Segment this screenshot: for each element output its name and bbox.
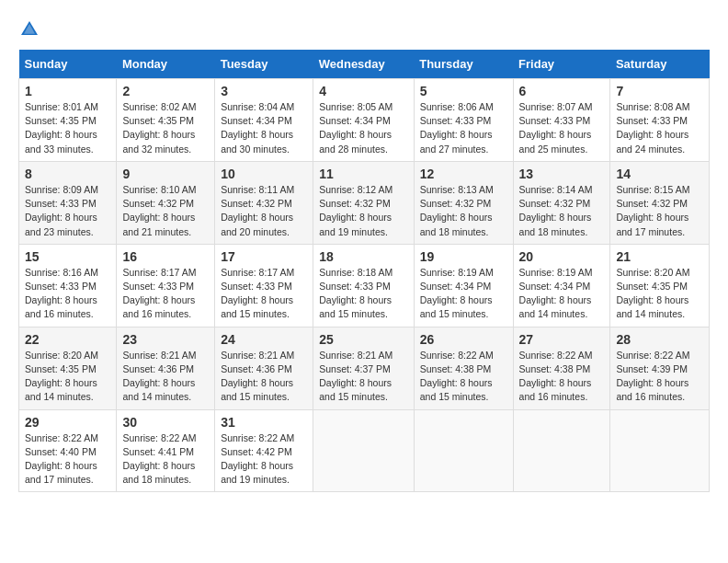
day-info: Sunrise: 8:09 AMSunset: 4:33 PMDaylight:…	[25, 183, 110, 239]
calendar-cell: 30 Sunrise: 8:22 AMSunset: 4:41 PMDaylig…	[117, 409, 215, 492]
day-info: Sunrise: 8:14 AMSunset: 4:32 PMDaylight:…	[519, 183, 605, 239]
day-info: Sunrise: 8:02 AMSunset: 4:35 PMDaylight:…	[122, 100, 209, 156]
calendar-cell: 15 Sunrise: 8:16 AMSunset: 4:33 PMDaylig…	[19, 244, 117, 327]
day-info: Sunrise: 8:20 AMSunset: 4:35 PMDaylight:…	[25, 349, 110, 405]
day-number: 25	[319, 332, 407, 347]
calendar-week-3: 15 Sunrise: 8:16 AMSunset: 4:33 PMDaylig…	[19, 244, 710, 327]
calendar-cell: 18 Sunrise: 8:18 AMSunset: 4:33 PMDaylig…	[313, 244, 414, 327]
day-number: 18	[319, 249, 407, 264]
logo	[18, 18, 44, 40]
day-info: Sunrise: 8:22 AMSunset: 4:38 PMDaylight:…	[420, 349, 507, 405]
day-info: Sunrise: 8:22 AMSunset: 4:41 PMDaylight:…	[122, 431, 209, 488]
calendar-cell: 8 Sunrise: 8:09 AMSunset: 4:33 PMDayligh…	[19, 161, 117, 244]
day-info: Sunrise: 8:20 AMSunset: 4:35 PMDaylight:…	[616, 266, 703, 322]
calendar-week-5: 29 Sunrise: 8:22 AMSunset: 4:40 PMDaylig…	[19, 409, 710, 492]
day-number: 28	[616, 332, 703, 347]
calendar-cell: 2 Sunrise: 8:02 AMSunset: 4:35 PMDayligh…	[117, 79, 215, 162]
day-info: Sunrise: 8:21 AMSunset: 4:36 PMDaylight:…	[122, 349, 209, 405]
page-header	[18, 18, 710, 40]
day-info: Sunrise: 8:10 AMSunset: 4:32 PMDaylight:…	[122, 183, 209, 239]
day-number: 2	[122, 84, 209, 98]
calendar-cell: 26 Sunrise: 8:22 AMSunset: 4:38 PMDaylig…	[414, 327, 513, 409]
day-info: Sunrise: 8:07 AMSunset: 4:33 PMDaylight:…	[519, 100, 605, 156]
day-number: 17	[221, 249, 307, 264]
calendar-cell: 31 Sunrise: 8:22 AMSunset: 4:42 PMDaylig…	[215, 409, 313, 492]
day-info: Sunrise: 8:19 AMSunset: 4:34 PMDaylight:…	[420, 266, 507, 322]
day-number: 14	[616, 167, 703, 181]
logo-icon	[18, 18, 40, 40]
day-number: 7	[616, 84, 703, 98]
day-number: 15	[25, 249, 110, 264]
day-number: 23	[122, 332, 209, 347]
day-info: Sunrise: 8:17 AMSunset: 4:33 PMDaylight:…	[221, 266, 307, 322]
day-info: Sunrise: 8:22 AMSunset: 4:42 PMDaylight:…	[221, 431, 307, 488]
day-header-sunday: Sunday	[19, 50, 117, 79]
calendar-cell	[513, 409, 610, 492]
day-info: Sunrise: 8:15 AMSunset: 4:32 PMDaylight:…	[616, 183, 703, 239]
day-number: 10	[221, 167, 307, 181]
calendar-cell: 29 Sunrise: 8:22 AMSunset: 4:40 PMDaylig…	[19, 409, 117, 492]
calendar-cell: 9 Sunrise: 8:10 AMSunset: 4:32 PMDayligh…	[117, 161, 215, 244]
calendar-cell: 1 Sunrise: 8:01 AMSunset: 4:35 PMDayligh…	[19, 79, 117, 162]
calendar-cell: 24 Sunrise: 8:21 AMSunset: 4:36 PMDaylig…	[215, 327, 313, 409]
day-header-saturday: Saturday	[610, 50, 710, 79]
day-header-thursday: Thursday	[414, 50, 513, 79]
calendar-cell: 10 Sunrise: 8:11 AMSunset: 4:32 PMDaylig…	[215, 161, 313, 244]
calendar-cell: 3 Sunrise: 8:04 AMSunset: 4:34 PMDayligh…	[215, 79, 313, 162]
day-header-friday: Friday	[513, 50, 610, 79]
calendar-week-1: 1 Sunrise: 8:01 AMSunset: 4:35 PMDayligh…	[19, 79, 710, 162]
day-info: Sunrise: 8:16 AMSunset: 4:33 PMDaylight:…	[25, 266, 110, 322]
day-info: Sunrise: 8:04 AMSunset: 4:34 PMDaylight:…	[221, 100, 307, 156]
day-info: Sunrise: 8:22 AMSunset: 4:40 PMDaylight:…	[25, 431, 110, 488]
calendar-cell	[313, 409, 414, 492]
day-number: 27	[519, 332, 605, 347]
day-info: Sunrise: 8:11 AMSunset: 4:32 PMDaylight:…	[221, 183, 307, 239]
calendar-cell: 16 Sunrise: 8:17 AMSunset: 4:33 PMDaylig…	[117, 244, 215, 327]
day-number: 31	[221, 415, 307, 430]
day-header-monday: Monday	[117, 50, 215, 79]
calendar-cell: 11 Sunrise: 8:12 AMSunset: 4:32 PMDaylig…	[313, 161, 414, 244]
day-info: Sunrise: 8:12 AMSunset: 4:32 PMDaylight:…	[319, 183, 407, 239]
day-info: Sunrise: 8:19 AMSunset: 4:34 PMDaylight:…	[519, 266, 605, 322]
day-number: 3	[221, 84, 307, 98]
calendar-cell	[414, 409, 513, 492]
day-info: Sunrise: 8:21 AMSunset: 4:37 PMDaylight:…	[319, 349, 407, 405]
calendar-cell: 20 Sunrise: 8:19 AMSunset: 4:34 PMDaylig…	[513, 244, 610, 327]
calendar-cell: 6 Sunrise: 8:07 AMSunset: 4:33 PMDayligh…	[513, 79, 610, 162]
day-info: Sunrise: 8:21 AMSunset: 4:36 PMDaylight:…	[221, 349, 307, 405]
day-number: 19	[420, 249, 507, 264]
calendar-cell	[610, 409, 710, 492]
calendar-cell: 12 Sunrise: 8:13 AMSunset: 4:32 PMDaylig…	[414, 161, 513, 244]
calendar-table: SundayMondayTuesdayWednesdayThursdayFrid…	[18, 50, 710, 492]
day-number: 16	[122, 249, 209, 264]
day-info: Sunrise: 8:18 AMSunset: 4:33 PMDaylight:…	[319, 266, 407, 322]
day-info: Sunrise: 8:22 AMSunset: 4:39 PMDaylight:…	[616, 349, 703, 405]
days-header-row: SundayMondayTuesdayWednesdayThursdayFrid…	[19, 50, 710, 79]
calendar-cell: 7 Sunrise: 8:08 AMSunset: 4:33 PMDayligh…	[610, 79, 710, 162]
day-info: Sunrise: 8:05 AMSunset: 4:34 PMDaylight:…	[319, 100, 407, 156]
day-number: 12	[420, 167, 507, 181]
day-number: 26	[420, 332, 507, 347]
calendar-cell: 21 Sunrise: 8:20 AMSunset: 4:35 PMDaylig…	[610, 244, 710, 327]
day-number: 22	[25, 332, 110, 347]
day-number: 21	[616, 249, 703, 264]
day-number: 8	[25, 167, 110, 181]
calendar-cell: 4 Sunrise: 8:05 AMSunset: 4:34 PMDayligh…	[313, 79, 414, 162]
day-number: 13	[519, 167, 605, 181]
day-number: 4	[319, 84, 407, 98]
calendar-cell: 13 Sunrise: 8:14 AMSunset: 4:32 PMDaylig…	[513, 161, 610, 244]
day-header-wednesday: Wednesday	[313, 50, 414, 79]
day-number: 20	[519, 249, 605, 264]
day-number: 1	[25, 84, 110, 98]
calendar-cell: 25 Sunrise: 8:21 AMSunset: 4:37 PMDaylig…	[313, 327, 414, 409]
day-number: 29	[25, 415, 110, 430]
day-number: 9	[122, 167, 209, 181]
day-info: Sunrise: 8:01 AMSunset: 4:35 PMDaylight:…	[25, 100, 110, 156]
calendar-cell: 19 Sunrise: 8:19 AMSunset: 4:34 PMDaylig…	[414, 244, 513, 327]
day-header-tuesday: Tuesday	[215, 50, 313, 79]
day-number: 24	[221, 332, 307, 347]
day-info: Sunrise: 8:08 AMSunset: 4:33 PMDaylight:…	[616, 100, 703, 156]
calendar-week-4: 22 Sunrise: 8:20 AMSunset: 4:35 PMDaylig…	[19, 327, 710, 409]
day-number: 6	[519, 84, 605, 98]
day-number: 30	[122, 415, 209, 430]
